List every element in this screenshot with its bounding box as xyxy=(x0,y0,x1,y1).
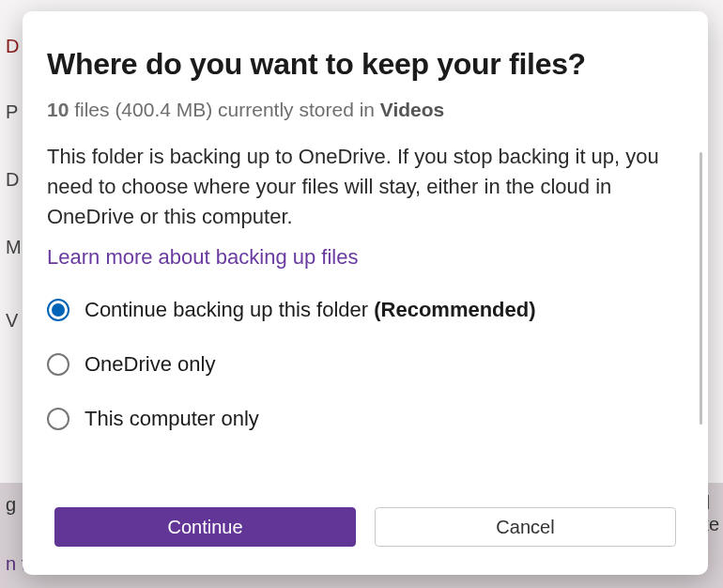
bg-row: D xyxy=(0,169,19,191)
radio-icon xyxy=(47,299,69,321)
radio-icon xyxy=(47,353,69,376)
scrollbar[interactable] xyxy=(700,152,702,425)
bg-row: D xyxy=(0,36,19,57)
continue-button[interactable]: Continue xyxy=(54,507,356,547)
option-text: This computer only xyxy=(85,407,259,430)
file-count: 10 xyxy=(47,99,69,120)
bg-footer-frag: g xyxy=(6,494,16,515)
folder-name: Videos xyxy=(380,99,444,120)
option-continue-backup[interactable]: Continue backing up this folder (Recomme… xyxy=(47,298,684,322)
bg-row: P xyxy=(0,101,18,123)
files-word: files xyxy=(69,99,115,120)
option-text: OneDrive only xyxy=(85,352,215,376)
option-text: Continue backing up this folder xyxy=(85,298,374,321)
keep-files-dialog: Where do you want to keep your files? 10… xyxy=(23,11,708,575)
option-label: This computer only xyxy=(85,407,259,431)
dialog-title: Where do you want to keep your files? xyxy=(47,47,684,82)
option-label: OneDrive only xyxy=(85,352,215,377)
option-this-computer-only[interactable]: This computer only xyxy=(47,407,684,431)
learn-more-link[interactable]: Learn more about backing up files xyxy=(47,245,358,270)
cancel-button[interactable]: Cancel xyxy=(375,507,676,547)
bg-row: M xyxy=(0,237,22,258)
bg-row: V xyxy=(0,310,18,332)
option-label: Continue backing up this folder (Recomme… xyxy=(85,298,536,322)
option-onedrive-only[interactable]: OneDrive only xyxy=(47,352,684,377)
radio-icon xyxy=(47,408,69,430)
size-text: (400.4 MB) currently stored in xyxy=(115,99,379,120)
dialog-footer: Continue Cancel xyxy=(23,488,708,575)
option-recommended: (Recommended) xyxy=(374,298,535,321)
options-group: Continue backing up this folder (Recomme… xyxy=(47,298,684,431)
storage-summary: 10 files (400.4 MB) currently stored in … xyxy=(47,99,684,121)
dialog-body: Where do you want to keep your files? 10… xyxy=(23,11,708,488)
dialog-description: This folder is backing up to OneDrive. I… xyxy=(47,142,676,232)
